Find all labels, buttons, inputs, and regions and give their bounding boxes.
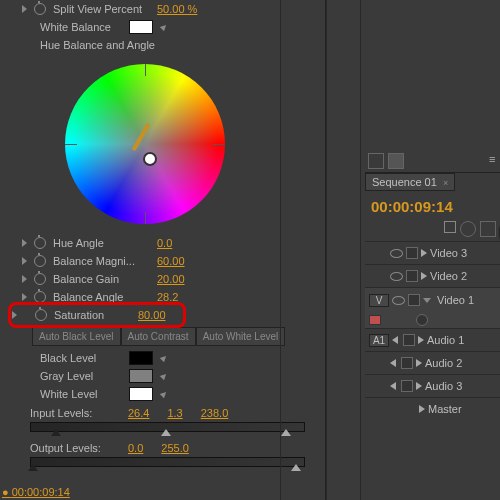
- auto-white-level-button[interactable]: Auto White Level: [196, 327, 286, 346]
- marker-icon[interactable]: [460, 221, 476, 237]
- expand-icon[interactable]: [22, 275, 27, 283]
- panel-toolbar: ≡: [365, 150, 500, 173]
- track-lock-icon[interactable]: [403, 334, 415, 346]
- stopwatch-icon[interactable]: [35, 309, 47, 321]
- input-levels-slider[interactable]: [30, 422, 305, 432]
- track-master[interactable]: Master: [365, 397, 500, 420]
- expand-icon[interactable]: [22, 239, 27, 247]
- eye-icon[interactable]: [390, 272, 403, 281]
- prop-label: Hue Balance and Angle: [40, 39, 155, 51]
- color-swatch[interactable]: [129, 387, 153, 401]
- speaker-icon[interactable]: [390, 382, 396, 390]
- track-lock-icon[interactable]: [406, 270, 418, 282]
- slider-thumb[interactable]: [291, 464, 301, 471]
- eyedropper-icon[interactable]: [160, 372, 168, 380]
- collapse-icon[interactable]: [416, 382, 422, 390]
- track-lock-icon[interactable]: [408, 294, 420, 306]
- close-icon[interactable]: ×: [443, 178, 448, 188]
- track-video-1-expanded[interactable]: [365, 312, 500, 328]
- color-swatch[interactable]: [129, 20, 153, 34]
- expand-icon[interactable]: [22, 293, 27, 301]
- prop-black-level: Black Level: [0, 349, 325, 367]
- stopwatch-icon[interactable]: [34, 255, 46, 267]
- track-lock-icon[interactable]: [401, 357, 413, 369]
- prop-value[interactable]: 80.00: [138, 309, 166, 321]
- panel-options-icon[interactable]: ≡: [489, 153, 497, 167]
- slider-thumb[interactable]: [51, 429, 61, 436]
- color-swatch[interactable]: [129, 351, 153, 365]
- output-levels-v1[interactable]: 0.0: [128, 442, 143, 454]
- prop-white-balance: White Balance: [0, 18, 325, 36]
- track-label: Master: [428, 403, 462, 415]
- stopwatch-icon[interactable]: [34, 291, 46, 303]
- prop-label: Black Level: [40, 352, 125, 364]
- output-levels-slider[interactable]: [30, 457, 305, 467]
- collapse-icon[interactable]: [419, 405, 425, 413]
- track-audio-2[interactable]: Audio 2: [365, 351, 500, 374]
- prop-white-level: White Level: [0, 385, 325, 403]
- color-wheel[interactable]: [65, 64, 225, 224]
- eyedropper-icon[interactable]: [160, 354, 168, 362]
- sequence-timecode[interactable]: 00:00:09:14: [371, 198, 500, 215]
- track-label: Video 3: [430, 247, 467, 259]
- speaker-icon[interactable]: [390, 359, 396, 367]
- panel-menu-icon[interactable]: [368, 153, 384, 169]
- prop-value[interactable]: 60.00: [157, 255, 185, 267]
- collapse-icon[interactable]: [423, 298, 431, 303]
- prop-balance-angle: Balance Angle 28.2: [0, 288, 325, 306]
- stopwatch-icon[interactable]: [34, 273, 46, 285]
- levels-label: Output Levels:: [30, 442, 110, 454]
- prop-label: Split View Percent: [53, 3, 153, 15]
- settings-icon[interactable]: [480, 221, 496, 237]
- stopwatch-icon[interactable]: [34, 237, 46, 249]
- track-label: Video 2: [430, 270, 467, 282]
- stopwatch-icon[interactable]: [34, 3, 46, 15]
- track-label: Audio 1: [427, 334, 464, 346]
- input-levels-v1[interactable]: 26.4: [128, 407, 149, 419]
- eye-icon[interactable]: [392, 296, 405, 305]
- prop-split-view: Split View Percent 50.00 %: [0, 0, 325, 18]
- expand-icon[interactable]: [22, 5, 27, 13]
- eyedropper-icon[interactable]: [160, 23, 168, 31]
- track-video-1[interactable]: V Video 1: [365, 287, 500, 312]
- slider-thumb[interactable]: [161, 429, 171, 436]
- track-target[interactable]: V: [369, 294, 389, 307]
- track-video-3[interactable]: Video 3: [365, 241, 500, 264]
- collapse-icon[interactable]: [418, 336, 424, 344]
- track-audio-1[interactable]: A1 Audio 1: [365, 328, 500, 351]
- auto-contrast-button[interactable]: Auto Contrast: [121, 327, 196, 346]
- track-lock-icon[interactable]: [406, 247, 418, 259]
- output-levels-v2[interactable]: 255.0: [161, 442, 189, 454]
- track-lock-icon[interactable]: [401, 380, 413, 392]
- keyframe-marker-icon[interactable]: [416, 314, 428, 326]
- slider-thumb[interactable]: [28, 464, 38, 471]
- prop-value[interactable]: 0.0: [157, 237, 172, 249]
- color-swatch[interactable]: [129, 369, 153, 383]
- prop-value[interactable]: 20.00: [157, 273, 185, 285]
- speaker-icon[interactable]: [392, 336, 398, 344]
- prop-value[interactable]: 50.00 %: [157, 3, 197, 15]
- levels-label: Input Levels:: [30, 407, 110, 419]
- expand-icon[interactable]: [22, 257, 27, 265]
- collapse-icon[interactable]: [421, 272, 427, 280]
- input-levels-v2[interactable]: 1.3: [167, 407, 182, 419]
- eye-icon[interactable]: [390, 249, 403, 258]
- prop-value[interactable]: 28.2: [157, 291, 178, 303]
- input-levels-v3[interactable]: 238.0: [201, 407, 229, 419]
- sequence-tab[interactable]: Sequence 01 ×: [365, 173, 455, 191]
- sequence-tab-label: Sequence 01: [372, 176, 437, 188]
- collapse-icon[interactable]: [416, 359, 422, 367]
- wheel-handle[interactable]: [143, 152, 157, 166]
- panel-view-icon[interactable]: [388, 153, 404, 169]
- snap-icon[interactable]: [444, 221, 456, 233]
- track-audio-3[interactable]: Audio 3: [365, 374, 500, 397]
- eyedropper-icon[interactable]: [160, 390, 168, 398]
- prop-hue-angle: Hue Angle 0.0: [0, 234, 325, 252]
- timecode-display[interactable]: ● 00:00:09:14: [2, 486, 70, 498]
- track-target[interactable]: A1: [369, 334, 389, 347]
- collapse-icon[interactable]: [421, 249, 427, 257]
- track-video-2[interactable]: Video 2: [365, 264, 500, 287]
- expand-icon[interactable]: [12, 311, 17, 319]
- auto-black-level-button[interactable]: Auto Black Level: [32, 327, 121, 346]
- slider-thumb[interactable]: [281, 429, 291, 436]
